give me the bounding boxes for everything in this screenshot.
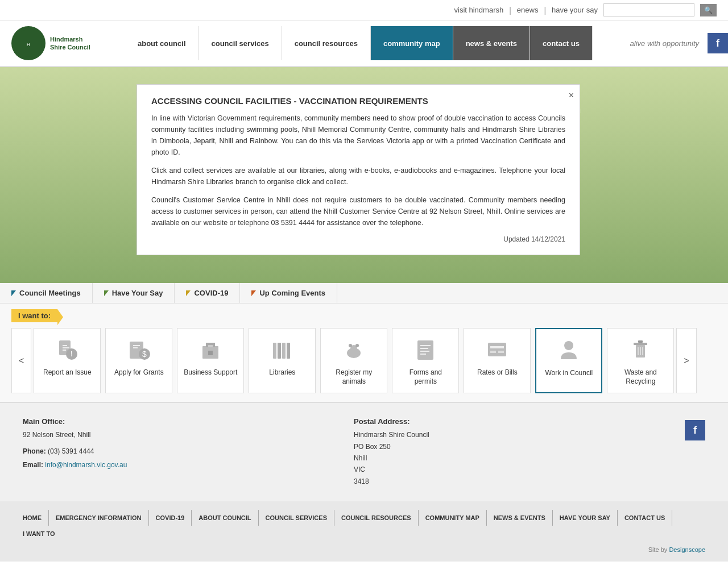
main-office-label: Main Office: bbox=[23, 417, 331, 426]
footer-nav-map[interactable]: COMMUNITY MAP bbox=[425, 510, 487, 526]
quick-link-rates-bills[interactable]: Rates or Bills bbox=[464, 328, 531, 393]
logo-area: H Hindmarsh Shire Council bbox=[0, 20, 125, 66]
email-label: Email: bbox=[23, 461, 43, 469]
email-link[interactable]: info@hindmarsh.vic.gov.au bbox=[45, 461, 127, 469]
prev-arrow[interactable]: < bbox=[11, 328, 31, 393]
sep2: | bbox=[544, 6, 546, 15]
report-icon: ! bbox=[53, 335, 81, 364]
quick-link-apply-grants-label: Apply for Grants bbox=[114, 368, 164, 377]
main-office-address: 92 Nelson Street, Nhill bbox=[23, 429, 331, 440]
grants-icon: $ bbox=[125, 335, 153, 364]
svg-rect-37 bbox=[638, 340, 643, 343]
svg-text:H: H bbox=[27, 42, 30, 47]
phone: (03) 5391 4444 bbox=[48, 447, 94, 455]
svg-rect-16 bbox=[208, 351, 213, 355]
tab-upcoming-events[interactable]: Up Coming Events bbox=[240, 283, 337, 303]
tagline: alive with opportunity bbox=[622, 39, 708, 48]
svg-text:$: $ bbox=[142, 350, 147, 359]
sep1: | bbox=[509, 6, 511, 15]
footer-nav-about[interactable]: ABOUT COUNCIL bbox=[198, 510, 258, 526]
svg-rect-31 bbox=[490, 346, 504, 348]
footer-nav-emergency[interactable]: EMERGENCY INFORMATION bbox=[56, 510, 149, 526]
next-arrow[interactable]: > bbox=[676, 328, 696, 393]
svg-rect-15 bbox=[208, 345, 213, 347]
nav-council-resources[interactable]: council resources bbox=[282, 26, 371, 60]
main-nav: H Hindmarsh Shire Council about council … bbox=[0, 20, 728, 67]
svg-rect-27 bbox=[420, 348, 428, 349]
svg-rect-18 bbox=[278, 343, 281, 359]
modal-para1: In line with Victorian Government requir… bbox=[151, 113, 565, 158]
svg-rect-32 bbox=[490, 351, 496, 353]
facebook-nav-icon[interactable]: f bbox=[708, 33, 728, 53]
postal-city: Nhill bbox=[354, 452, 662, 464]
tab-upcoming-events-label: Up Coming Events bbox=[259, 289, 325, 297]
search-button[interactable]: 🔍 bbox=[700, 4, 717, 16]
quick-link-apply-grants[interactable]: $ Apply for Grants bbox=[105, 328, 172, 393]
logo-icon: H bbox=[11, 26, 46, 60]
quick-link-libraries[interactable]: Libraries bbox=[249, 328, 316, 393]
quick-link-rates-bills-label: Rates or Bills bbox=[477, 368, 518, 377]
quick-link-forms-permits[interactable]: Forms and permits bbox=[392, 328, 459, 393]
hero-section: COMMUNITY UPDATE × ACCESSING COUNCIL FAC… bbox=[0, 67, 728, 283]
svg-rect-28 bbox=[420, 351, 429, 352]
quick-link-work-council[interactable]: Work in Council bbox=[535, 328, 602, 393]
nav-council-services[interactable]: council services bbox=[199, 26, 282, 60]
svg-rect-36 bbox=[634, 343, 647, 345]
work-icon bbox=[555, 336, 583, 364]
waste-icon bbox=[626, 335, 655, 364]
rates-icon bbox=[483, 335, 511, 364]
footer-nav-contact[interactable]: CONTACT US bbox=[624, 510, 672, 526]
footer-nav-covid[interactable]: COVID-19 bbox=[156, 510, 192, 526]
quick-link-report-issue[interactable]: ! Report an Issue bbox=[34, 328, 101, 393]
quick-link-business-support[interactable]: Business Support bbox=[177, 328, 244, 393]
footer-nav-resources[interactable]: COUNCIL RESOURCES bbox=[341, 510, 419, 526]
modal-title: ACCESSING COUNCIL FACILITIES - VACCINATI… bbox=[151, 96, 565, 106]
libraries-icon bbox=[268, 335, 296, 364]
footer-nav-iwant[interactable]: I WANT TO bbox=[23, 526, 62, 542]
tab-have-your-say[interactable]: Have Your Say bbox=[93, 283, 175, 303]
footer-nav-services[interactable]: COUNCIL SERVICES bbox=[266, 510, 334, 526]
footer-bottom: HOME EMERGENCY INFORMATION COVID-19 ABOU… bbox=[0, 501, 728, 562]
svg-rect-5 bbox=[63, 345, 67, 346]
tab-have-your-say-label: Have Your Say bbox=[112, 289, 163, 297]
quick-link-register-animals[interactable]: Register my animals bbox=[320, 328, 387, 393]
tab-covid19[interactable]: COVID-19 bbox=[175, 283, 240, 303]
modal-para2: Click and collect services are available… bbox=[151, 165, 565, 188]
svg-rect-6 bbox=[63, 347, 69, 348]
modal-overlay: × ACCESSING COUNCIL FACILITIES - VACCINA… bbox=[136, 84, 580, 255]
footer-address-col: Main Office: 92 Nelson Street, Nhill Pho… bbox=[23, 417, 331, 487]
tab-council-meetings[interactable]: Council Meetings bbox=[0, 283, 93, 303]
quick-link-register-animals-label: Register my animals bbox=[325, 368, 382, 386]
modal-close-button[interactable]: × bbox=[569, 90, 574, 101]
enews-link[interactable]: enews bbox=[517, 6, 539, 14]
footer-nav-home[interactable]: HOME bbox=[23, 510, 49, 526]
postal-po: PO Box 250 bbox=[354, 441, 662, 452]
have-your-say-link[interactable]: have your say bbox=[552, 6, 598, 14]
svg-point-23 bbox=[349, 344, 352, 347]
quick-link-waste-recycling[interactable]: Waste and Recycling bbox=[607, 328, 674, 393]
svg-rect-19 bbox=[282, 343, 286, 359]
nav-links: about council council services council r… bbox=[125, 26, 622, 60]
business-icon bbox=[196, 335, 225, 364]
quick-link-work-council-label: Work in Council bbox=[545, 369, 593, 378]
quick-link-business-support-label: Business Support bbox=[184, 368, 237, 377]
footer-nav-hys[interactable]: HAVE YOUR SAY bbox=[560, 510, 618, 526]
search-input[interactable] bbox=[603, 3, 694, 16]
nav-contact-us[interactable]: contact us bbox=[530, 26, 593, 60]
facebook-footer-icon[interactable]: f bbox=[685, 420, 705, 440]
nav-community-map[interactable]: community map bbox=[371, 26, 453, 60]
footer-postal-col: Postal Address: Hindmarsh Shire Council … bbox=[354, 417, 662, 487]
svg-text:!: ! bbox=[71, 350, 73, 358]
visit-hindmarsh-link[interactable]: visit hindmarsh bbox=[454, 6, 504, 14]
footer-credit-link[interactable]: Designscope bbox=[669, 546, 705, 553]
nav-about-council[interactable]: about council bbox=[125, 26, 199, 60]
forms-icon bbox=[411, 335, 440, 364]
svg-rect-30 bbox=[488, 343, 506, 356]
quick-link-libraries-label: Libraries bbox=[269, 368, 295, 377]
svg-rect-25 bbox=[417, 340, 433, 360]
modal-para3: Council's Customer Service Centre in Nhi… bbox=[151, 194, 565, 228]
footer-nav-news[interactable]: NEWS & EVENTS bbox=[494, 510, 553, 526]
logo-text: Hindmarsh Shire Council bbox=[50, 35, 90, 52]
nav-news-events[interactable]: news & events bbox=[453, 26, 530, 60]
tab-council-meetings-label: Council Meetings bbox=[19, 289, 81, 297]
